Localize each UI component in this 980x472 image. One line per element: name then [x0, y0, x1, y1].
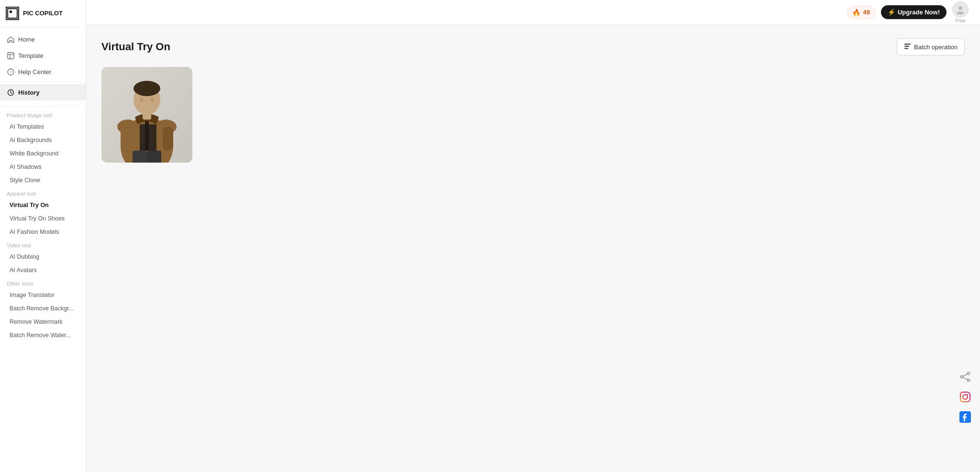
topbar: 🔥 49 ⚡ Upgrade Now! Free: [86, 0, 980, 25]
svg-point-9: [957, 11, 964, 14]
svg-rect-10: [904, 44, 911, 45]
sidebar-item-ai-avatars[interactable]: AI Avatars: [0, 263, 86, 277]
svg-rect-23: [163, 127, 173, 151]
page-title: Virtual Try On: [101, 41, 170, 53]
svg-point-33: [963, 395, 968, 399]
sidebar-item-virtual-try-on-shoes[interactable]: Virtual Try On Shoes: [0, 212, 86, 225]
logo-area: PIC COPILOT: [0, 0, 86, 27]
help-icon: ?: [7, 68, 14, 76]
sidebar-item-ai-templates[interactable]: AI Templates: [0, 120, 86, 133]
sidebar-item-white-background[interactable]: White Background: [0, 147, 86, 160]
sidebar: PIC COPILOT Home Template: [0, 0, 86, 472]
main-content: 🔥 49 ⚡ Upgrade Now! Free Virtual Try On: [86, 0, 980, 472]
svg-rect-1: [10, 11, 12, 13]
svg-rect-25: [147, 151, 161, 163]
result-image-card[interactable]: [101, 67, 192, 163]
user-avatar[interactable]: [952, 1, 969, 18]
credits-count: 49: [863, 9, 869, 16]
template-icon: [7, 52, 14, 59]
share-icon[interactable]: [958, 370, 972, 384]
sidebar-item-ai-shadows[interactable]: AI Shadows: [0, 160, 86, 174]
facebook-icon[interactable]: [958, 410, 972, 424]
svg-rect-24: [133, 151, 147, 163]
svg-point-29: [968, 379, 970, 382]
sidebar-item-ai-dubbing[interactable]: AI Dubbing: [0, 250, 86, 263]
content-area: Virtual Try On Batch operation: [86, 25, 980, 472]
home-icon: [7, 35, 14, 43]
page-header: Virtual Try On Batch operation: [101, 38, 965, 55]
logo-text: PIC COPILOT: [23, 10, 63, 17]
nav-template[interactable]: Template: [0, 47, 86, 64]
svg-rect-22: [121, 127, 131, 151]
nav-home[interactable]: Home: [0, 31, 86, 47]
svg-text:?: ?: [10, 70, 12, 75]
product-image-section-label: Product image tool: [0, 109, 86, 120]
sidebar-item-virtual-try-on[interactable]: Virtual Try On: [0, 198, 86, 212]
credits-badge: 🔥 49: [847, 6, 875, 19]
sidebar-item-remove-watermark[interactable]: Remove Watermark: [0, 315, 86, 329]
main-nav: Home Template ? Help Center: [0, 27, 86, 104]
svg-point-19: [150, 97, 154, 102]
sidebar-item-image-translator[interactable]: Image Translator: [0, 288, 86, 302]
video-section-label: Video tool: [0, 239, 86, 250]
sidebar-item-style-clone[interactable]: Style Clone: [0, 174, 86, 187]
nav-history[interactable]: History: [0, 84, 86, 100]
svg-point-18: [140, 97, 144, 102]
svg-point-27: [968, 373, 970, 375]
svg-rect-0: [8, 9, 17, 18]
credits-icon: 🔥: [852, 9, 860, 16]
avatar-label: Free: [956, 18, 966, 23]
svg-line-31: [963, 377, 968, 380]
svg-rect-32: [960, 392, 970, 402]
svg-point-8: [958, 6, 962, 10]
sidebar-item-ai-fashion-models[interactable]: AI Fashion Models: [0, 225, 86, 239]
svg-point-34: [967, 394, 968, 395]
social-bar: [958, 370, 972, 424]
svg-line-30: [963, 374, 968, 376]
svg-rect-11: [904, 46, 909, 47]
upgrade-button[interactable]: ⚡ Upgrade Now!: [881, 5, 947, 19]
svg-rect-2: [8, 53, 14, 59]
svg-rect-26: [143, 110, 151, 120]
batch-icon: [904, 43, 911, 51]
user-avatar-wrapper[interactable]: Free: [952, 1, 969, 23]
batch-operation-button[interactable]: Batch operation: [897, 38, 965, 55]
svg-point-17: [134, 81, 160, 96]
nav-help-center[interactable]: ? Help Center: [0, 64, 86, 80]
history-icon: [7, 88, 14, 96]
sidebar-item-ai-backgrounds[interactable]: AI Backgrounds: [0, 133, 86, 147]
instagram-icon[interactable]: [958, 390, 972, 404]
logo-icon: [6, 7, 19, 20]
sidebar-item-batch-remove-water[interactable]: Batch Remove Water...: [0, 329, 86, 342]
other-section-label: Other tools: [0, 277, 86, 288]
upgrade-icon: ⚡: [888, 9, 895, 16]
svg-rect-12: [904, 48, 908, 49]
sidebar-item-batch-remove-bg[interactable]: Batch Remove Backgr...: [0, 302, 86, 315]
svg-point-28: [961, 376, 963, 378]
apparel-section-label: Apparel tool: [0, 187, 86, 198]
